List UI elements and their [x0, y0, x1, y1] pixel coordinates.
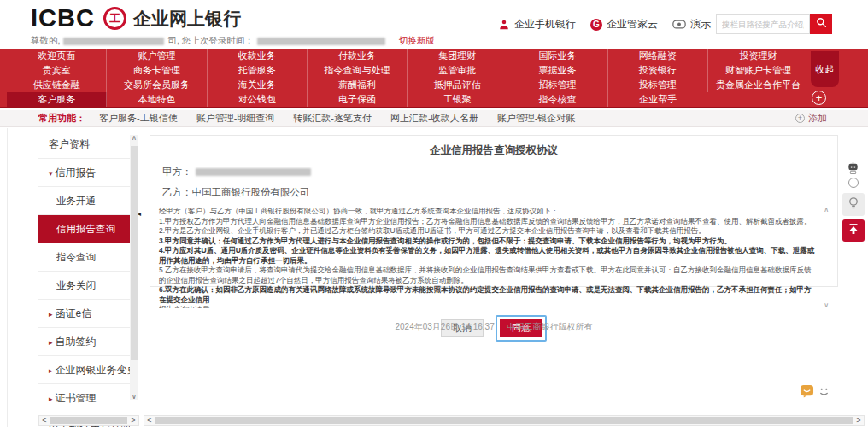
sidebar-item[interactable]: 客户资料: [38, 131, 130, 159]
mega-menu-item[interactable]: 指令核查: [507, 92, 607, 107]
sidebar-item[interactable]: 业务关闭: [38, 272, 130, 300]
mega-menu-item[interactable]: 海关业务: [208, 78, 308, 92]
nav-manager-cloud[interactable]: G 企业管家云: [590, 17, 658, 32]
search-input[interactable]: [716, 14, 810, 34]
scroll-down-icon[interactable]: ∨: [130, 393, 138, 401]
sidebar-item[interactable]: ▸证书管理: [38, 384, 130, 412]
mega-menu-grid: 欢迎页面 贵宾室 供应链金融 客户服务 账户管理 商务卡管理 交易所会员服务: [7, 49, 808, 107]
sidebar-hscroll-thumb[interactable]: [50, 417, 127, 424]
sidebar-item[interactable]: 业务开通: [38, 187, 130, 215]
quick-function-link[interactable]: 账户管理-明细查询: [196, 112, 275, 125]
quick-add-label: 添加: [808, 112, 827, 125]
mega-menu-item[interactable]: 本地特色: [107, 92, 207, 107]
mega-menu-item[interactable]: 投标管理: [608, 78, 708, 92]
quick-function-link[interactable]: 客户服务-工银信使: [99, 112, 178, 125]
mega-menu-item-label: 贵金属企业合作平台: [716, 79, 801, 91]
sidebar-horizontal-scrollbar[interactable]: < >: [38, 415, 139, 426]
mega-menu-item-label: 招标管理: [538, 79, 576, 91]
chat-bubble-icon[interactable]: [800, 384, 814, 401]
sidebar-item[interactable]: 信用报告查询: [38, 215, 130, 243]
mega-menu-item[interactable]: 贵宾室: [7, 63, 107, 78]
mega-menu-item[interactable]: 贵金属企业合作平台: [708, 78, 808, 92]
scroll-left-icon[interactable]: <: [39, 416, 50, 425]
sidebar-item[interactable]: 指令查询: [38, 243, 130, 272]
quick-function-link[interactable]: 转账汇款-逐笔支付: [293, 112, 372, 125]
quick-add-button[interactable]: + 添加: [795, 112, 827, 125]
switch-version-link[interactable]: 切换新版: [399, 35, 435, 47]
mega-menu-item[interactable]: 薪酬福利: [308, 78, 408, 92]
mega-menu-item[interactable]: 付款业务: [308, 49, 408, 63]
sidebar-item[interactable]: ▸函证e信: [38, 300, 130, 328]
scroll-right-icon[interactable]: >: [853, 416, 864, 425]
mega-menu-item[interactable]: 票据业务: [507, 63, 607, 78]
text-scroll-down-icon[interactable]: ∨: [824, 301, 829, 311]
mega-menu-item[interactable]: 交易所会员服务: [107, 78, 207, 92]
text-scroll-up-icon[interactable]: ∧: [824, 205, 829, 215]
sidebar-item[interactable]: ▾信用报告: [38, 159, 130, 187]
arrow-up-icon: [847, 223, 859, 238]
sidebar-vertical-scrollbar[interactable]: ∧ ∨: [130, 135, 138, 400]
mega-menu-item[interactable]: 工银聚: [408, 92, 507, 107]
nav-mobile-banking[interactable]: 企业手机银行: [498, 17, 576, 32]
scroll-up-icon[interactable]: ∧: [130, 134, 138, 142]
menu-collapse-tab[interactable]: 收起: [811, 51, 839, 87]
agreement-title: 企业信用报告查询授权协议: [150, 143, 837, 158]
mega-menu-item-label: 监管审批: [438, 64, 476, 77]
scroll-left-icon[interactable]: <: [144, 416, 155, 425]
assistant-robot-icon[interactable]: [847, 161, 859, 178]
party-a-row: 甲方：: [162, 166, 837, 178]
quick-functions-bar: 常用功能： 客户服务-工银信使 账户管理-明细查询 转账汇款-逐笔支付 网上汇款…: [0, 110, 868, 127]
sidebar-scroll-thumb[interactable]: [131, 146, 138, 360]
headset-icon[interactable]: [848, 178, 859, 188]
mega-menu-item[interactable]: 招标管理: [507, 78, 607, 92]
agreement-paragraph-text: 5.乙方在接收甲方查询申请后，将查询申请代为提交给金融信用信息基础数据库，并将接…: [159, 266, 812, 284]
mega-menu-item[interactable]: 抵押品评估: [408, 78, 507, 92]
main-hscroll-thumb[interactable]: [155, 417, 853, 424]
footer-copyright: 中国工商银行版权所有: [507, 322, 592, 331]
mega-menu-item[interactable]: 投资理财: [708, 49, 808, 63]
mega-menu-item[interactable]: 电子保函: [308, 92, 408, 107]
search-button[interactable]: [810, 14, 832, 34]
lightbulb-panel[interactable]: [842, 193, 865, 216]
quick-function-link[interactable]: 网上汇款-收款人名册: [390, 112, 478, 125]
main-horizontal-scrollbar[interactable]: < >: [144, 415, 865, 426]
scroll-right-icon[interactable]: >: [128, 416, 138, 425]
sidebar-item-label: 业务开通: [56, 196, 96, 206]
mega-menu-item[interactable]: 欢迎页面: [7, 49, 107, 63]
back-to-top-button[interactable]: [842, 219, 865, 242]
mega-menu-item[interactable]: 客户服务: [7, 92, 107, 107]
mega-menu-item-label: 商务卡管理: [133, 64, 180, 77]
mega-menu-item[interactable]: 托管服务: [208, 63, 308, 78]
mega-menu-item[interactable]: 对公钱包: [208, 92, 308, 107]
mega-menu-item[interactable]: 监管审批: [408, 63, 507, 78]
greeting-line: 尊敬的, 司, 您上次登录时间： 切换新版: [31, 36, 435, 46]
plus-circle-icon: +: [795, 114, 805, 123]
party-b-row: 乙方： 中国工商银行股份有限公司: [162, 186, 837, 199]
sidebar-item[interactable]: ▸企业网银业务变更: [38, 356, 130, 384]
mega-menu-item[interactable]: 网络融资: [608, 49, 708, 63]
sidebar-collapse-handle[interactable]: ◂: [138, 210, 141, 218]
menu-plus-icon[interactable]: +: [812, 91, 826, 105]
nav-demo[interactable]: 演示: [672, 17, 711, 32]
agreement-paragraph: 2.甲方是乙方企业网银、企业手机银行客户，并已通过乙方柜台签约获取U盾或通用U盾…: [159, 226, 817, 237]
icbc-logo-text: ICBC: [31, 4, 95, 32]
mega-menu-item[interactable]: 指令查询与处理: [308, 63, 408, 78]
mega-menu-item[interactable]: 国际业务: [507, 49, 607, 63]
sidebar-item[interactable]: ▸自助签约: [38, 328, 130, 356]
mega-menu-item[interactable]: 投资银行: [608, 63, 708, 78]
quick-function-link[interactable]: 账户管理-银企对账: [497, 112, 576, 125]
mega-menu-item[interactable]: 财智账户卡管理: [708, 63, 808, 78]
mega-menu-item[interactable]: 账户管理: [107, 49, 207, 63]
mega-menu-item[interactable]: 收款业务: [208, 49, 308, 63]
service-robot-icon[interactable]: [818, 386, 830, 401]
mega-menu-item-label: 指令核查: [538, 93, 576, 106]
mega-menu-item[interactable]: 企业帮手: [608, 92, 708, 107]
mega-menu-item[interactable]: 供应链金融: [7, 78, 107, 92]
mega-menu-item-label: 海关业务: [238, 79, 276, 91]
redacted-company-name: [63, 38, 164, 45]
mega-menu-item[interactable]: 集团理财: [408, 49, 507, 63]
mega-menu-item[interactable]: 商务卡管理: [107, 63, 207, 78]
mega-menu-item[interactable]: [708, 92, 808, 107]
agreement-paragraph: 5.乙方在接收甲方查询申请后，将查询申请代为提交给金融信用信息基础数据库，并将接…: [159, 266, 817, 285]
quick-function-link-label: 网上汇款-收款人名册: [390, 113, 478, 123]
